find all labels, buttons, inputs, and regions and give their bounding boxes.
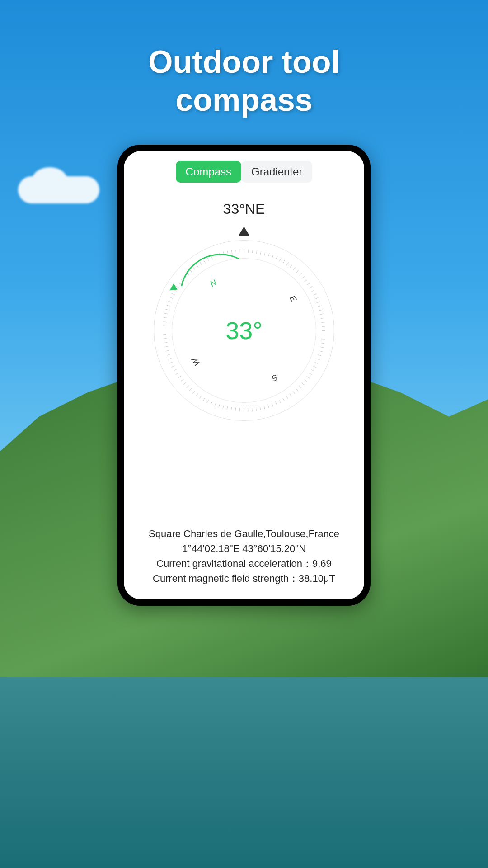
tick-mark <box>178 376 181 378</box>
gravity-label: Current gravitational acceleration： <box>156 558 312 569</box>
tick-mark <box>275 401 277 405</box>
compass-dial[interactable]: N E S W 33° <box>145 231 343 430</box>
tick-mark <box>183 382 187 385</box>
tick-mark <box>252 250 253 253</box>
tick-mark <box>279 400 281 403</box>
tick-mark <box>248 249 249 253</box>
tick-mark <box>260 251 262 255</box>
tick-mark <box>321 343 324 344</box>
tick-mark <box>276 256 277 260</box>
tick-mark <box>322 330 325 331</box>
tick-mark <box>164 317 167 318</box>
tick-mark <box>299 386 301 388</box>
tick-mark <box>319 309 323 311</box>
tick-mark <box>186 385 189 388</box>
tick-mark <box>319 351 323 352</box>
tick-mark <box>309 286 312 288</box>
tick-mark <box>170 297 174 299</box>
degree-center: 33° <box>225 316 263 344</box>
tick-mark <box>305 279 308 282</box>
tick-mark <box>318 354 321 356</box>
tick-mark <box>196 393 198 396</box>
tick-mark <box>282 398 285 401</box>
tick-mark <box>164 342 167 343</box>
tick-mark <box>293 267 296 270</box>
tick-mark <box>311 369 314 372</box>
tick-mark <box>164 346 168 348</box>
tick-mark <box>231 407 232 411</box>
tick-mark <box>239 408 240 412</box>
tick-mark <box>320 314 324 315</box>
magnetic-label: Current magnetic field strength： <box>153 573 299 584</box>
tick-mark <box>163 321 167 322</box>
tick-mark <box>316 359 320 360</box>
tick-mark <box>272 255 274 258</box>
tick-mark <box>307 376 310 379</box>
tick-mark <box>268 253 269 257</box>
tick-mark <box>167 305 170 306</box>
tick-mark <box>240 249 240 253</box>
tick-mark <box>309 373 312 375</box>
tick-mark <box>311 290 314 292</box>
tick-mark <box>168 301 172 303</box>
tick-mark <box>272 403 273 407</box>
magnetic-reading: Current magnetic field strength：38.10μT <box>135 571 353 586</box>
tick-mark <box>290 264 292 268</box>
mode-tabs: Compass Gradienter <box>135 161 353 183</box>
tick-mark <box>235 250 236 253</box>
tick-mark <box>248 408 248 412</box>
tick-mark <box>215 403 216 406</box>
tick-mark <box>235 408 236 411</box>
tick-mark <box>167 354 170 355</box>
tick-mark <box>318 305 322 307</box>
tick-mark <box>322 326 325 327</box>
tick-mark <box>317 301 320 303</box>
tick-mark <box>321 318 324 319</box>
tick-mark <box>260 406 261 410</box>
tick-mark <box>320 347 324 348</box>
tick-mark <box>299 273 302 276</box>
tick-mark <box>192 391 195 394</box>
tab-compass[interactable]: Compass <box>176 161 241 183</box>
tick-mark <box>322 335 325 335</box>
tick-mark <box>286 262 289 265</box>
headline-line1: Outdoor tool <box>0 43 488 81</box>
tick-mark <box>168 358 172 360</box>
headline-line2: compass <box>0 81 488 119</box>
tick-mark <box>169 362 173 363</box>
phone-screen: Compass Gradienter 33°NE N E S W 33° Squ… <box>124 151 364 599</box>
tick-mark <box>244 408 244 412</box>
tick-mark <box>164 313 168 315</box>
tick-mark <box>165 350 169 352</box>
tick-mark <box>296 270 299 273</box>
tick-mark <box>163 334 166 335</box>
tick-mark <box>189 388 192 391</box>
water-decoration <box>0 677 488 868</box>
tick-mark <box>163 326 166 326</box>
tick-mark <box>211 401 212 405</box>
tick-mark <box>296 388 298 392</box>
tick-mark <box>301 382 305 385</box>
tick-mark <box>283 260 285 263</box>
tick-mark <box>174 369 177 371</box>
tick-mark <box>264 252 266 255</box>
tick-mark <box>315 362 319 364</box>
tick-mark <box>307 283 310 285</box>
tick-mark <box>171 365 175 368</box>
phone-frame: Compass Gradienter 33°NE N E S W 33° Squ… <box>117 145 371 606</box>
tick-mark <box>244 249 244 253</box>
tick-mark <box>304 379 307 382</box>
tick-mark <box>231 250 232 254</box>
tick-mark <box>313 293 317 296</box>
headline: Outdoor tool compass <box>0 43 488 119</box>
tick-mark <box>289 393 292 396</box>
tab-gradienter[interactable]: Gradienter <box>241 161 312 183</box>
magnetic-value: 38.10μT <box>299 573 335 584</box>
info-block: Square Charles de Gaulle,Toulouse,France… <box>135 526 353 586</box>
tick-mark <box>222 406 224 409</box>
cloud-decoration <box>18 176 99 203</box>
tick-mark <box>313 366 317 368</box>
tick-mark <box>264 406 265 409</box>
tick-mark <box>267 405 269 408</box>
location-address: Square Charles de Gaulle,Toulouse,France <box>135 526 353 541</box>
